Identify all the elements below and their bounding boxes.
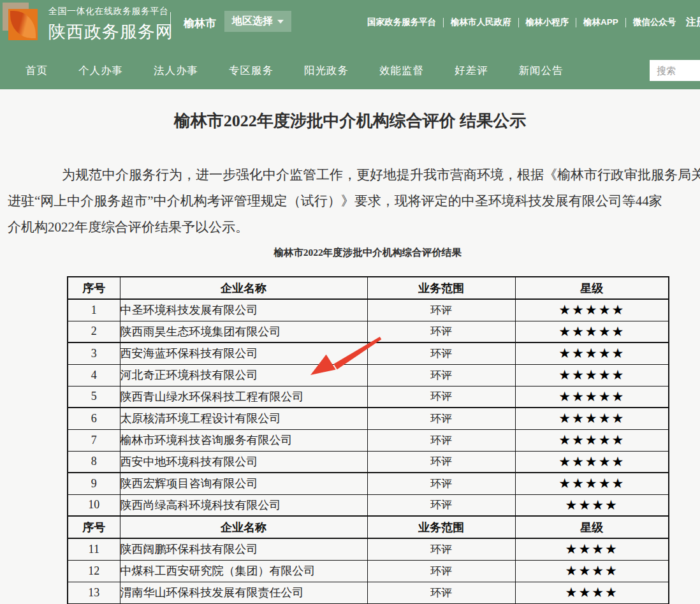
region-select-label: 地区选择 (232, 15, 273, 28)
header-link[interactable]: 国家政务服务平台 (367, 17, 436, 28)
table-cell: 环评 (367, 451, 515, 473)
header-link[interactable]: 微信公众号 (633, 17, 676, 28)
paragraph-line: 介机构2022年度综合评价结果予以公示。 (8, 214, 700, 240)
table-cell: 13 (68, 582, 120, 603)
table-cell: 10 (68, 494, 120, 516)
table-cell: 3 (68, 343, 120, 364)
site-title: 陕西政务服务网 (48, 20, 173, 43)
site-logo-icon (3, 3, 40, 41)
table-cell: 4 (68, 364, 120, 386)
platform-subtitle: 全国一体化在线政务服务平台 (48, 6, 173, 17)
table-header-cell: 序号 (68, 277, 120, 299)
nav-item[interactable]: 首页 (26, 64, 48, 78)
nav-item[interactable]: 阳光政务 (304, 64, 349, 78)
table-header-cell: 业务范围 (367, 277, 515, 299)
star-rating: ★★★★★ (515, 408, 669, 429)
chevron-down-icon (277, 20, 284, 24)
evaluation-table: 序号企业名称业务范围星级1中圣环境科技发展有限公司环评★★★★★2陕西雨昊生态环… (67, 276, 669, 604)
star-rating: ★★★★★ (515, 321, 669, 343)
table-header-cell: 企业名称 (120, 277, 367, 299)
paragraph-line: 为规范中介服务行为，进一步强化中介监管工作，更好地提升我市营商环境，根据《榆林市… (8, 162, 700, 188)
header-links: 国家政务服务平台榆林市人民政府榆林小程序榆林APP微信公众号 (367, 17, 676, 28)
table-row: 11陕西阔鹏环保科技有限公司环评★★★★ (68, 538, 669, 560)
star-rating: ★★★★ (515, 494, 669, 516)
table-cell: 9 (68, 473, 120, 494)
table-header-cell: 业务范围 (367, 516, 515, 538)
table-cell: 6 (68, 408, 120, 429)
table-row: 12中煤科工西安研究院（集团）有限公司环评★★★★ (68, 560, 669, 582)
article-content: 榆林市2022年度涉批中介机构综合评价 结果公示 为规范中介服务行为，进一步强化… (0, 89, 700, 604)
table-cell: 5 (68, 386, 120, 408)
region-select-button[interactable]: 地区选择 (224, 11, 291, 32)
table-row: 10陕西尚绿高科环境科技有限公司环评★★★★ (68, 494, 669, 516)
table-cell: 8 (68, 451, 120, 473)
table-cell: 环评 (367, 582, 515, 603)
table-cell: 陕西尚绿高科环境科技有限公司 (120, 494, 367, 516)
announcement-paragraph: 为规范中介服务行为，进一步强化中介监管工作，更好地提升我市营商环境，根据《榆林市… (8, 162, 700, 240)
table-header-cell: 企业名称 (120, 516, 367, 538)
table-cell: 陕西宏辉项目咨询有限公司 (120, 473, 367, 494)
table-row: 5陕西青山绿水环保科技工程有限公司环评★★★★★ (68, 386, 669, 408)
table-cell: 环评 (367, 473, 515, 494)
star-rating: ★★★★★ (515, 364, 669, 386)
table-cell: 环评 (367, 494, 515, 516)
star-rating: ★★★★ (515, 560, 669, 582)
table-row: 3西安海蓝环保科技有限公司环评★★★★★ (68, 343, 669, 364)
table-row: 4河北奇正环境科技有限公司环评★★★★★ (68, 364, 669, 386)
table-row: 2陕西雨昊生态环境集团有限公司环评★★★★★ (68, 321, 669, 343)
table-cell: 环评 (367, 343, 515, 364)
table-header-cell: 星级 (515, 277, 669, 299)
table-header-row: 序号企业名称业务范围星级 (68, 516, 669, 538)
table-cell: 西安海蓝环保科技有限公司 (120, 343, 367, 364)
star-rating: ★★★★★ (515, 299, 669, 321)
header-link[interactable]: 榆林市人民政府 (451, 17, 511, 28)
search-input[interactable] (650, 60, 700, 81)
nav-items: 首页个人办事法人办事专区服务阳光政务效能监督好差评新闻公告 (26, 52, 594, 89)
table-cell: 环评 (367, 299, 515, 321)
table-cell: 12 (68, 560, 120, 582)
star-rating: ★★★★★ (515, 451, 669, 473)
table-cell: 渭南华山环保科技发展有限责任公司 (120, 582, 367, 603)
header-link[interactable]: 榆林APP (583, 17, 618, 28)
nav-item[interactable]: 专区服务 (229, 64, 273, 78)
nav-item[interactable]: 新闻公告 (519, 64, 564, 78)
nav-item[interactable]: 个人办事 (78, 64, 123, 78)
table-cell: 中圣环境科技发展有限公司 (120, 299, 367, 321)
header-link[interactable]: 榆林小程序 (526, 17, 569, 28)
nav-item[interactable]: 法人办事 (154, 64, 198, 78)
site-brand: 全国一体化在线政务服务平台 陕西政务服务网 (48, 6, 173, 43)
table-cell: 环评 (367, 386, 515, 408)
current-city-label: 榆林市 (184, 16, 216, 31)
table-cell: 榆林市环境科技咨询服务有限公司 (120, 429, 367, 451)
site-header: 全国一体化在线政务服务平台 陕西政务服务网 榆林市 地区选择 国家政务服务平台榆… (0, 0, 700, 52)
table-row: 8西安中地环境科技有限公司环评★★★★★ (68, 451, 669, 473)
page-title: 榆林市2022年度涉批中介机构综合评价 结果公示 (0, 110, 700, 132)
table-row: 6太原核清环境工程设计有限公司环评★★★★★ (68, 408, 669, 429)
table-cell: 环评 (367, 538, 515, 560)
table-cell: 11 (68, 538, 120, 560)
nav-item[interactable]: 效能监督 (379, 64, 424, 78)
table-row: 13渭南华山环保科技发展有限责任公司环评★★★★ (68, 582, 669, 603)
table-cell: 太原核清环境工程设计有限公司 (120, 408, 367, 429)
table-cell: 河北奇正环境科技有限公司 (120, 364, 367, 386)
table-cell: 7 (68, 429, 120, 451)
table-cell: 环评 (367, 364, 515, 386)
star-rating: ★★★★★ (515, 343, 669, 364)
star-rating: ★★★★ (515, 538, 669, 560)
table-caption: 榆林市2022年度涉批中介机构综合评价结果 (67, 246, 668, 260)
table-header-cell: 星级 (515, 516, 669, 538)
table-header-row: 序号企业名称业务范围星级 (68, 277, 669, 299)
table-cell: 2 (68, 321, 120, 343)
star-rating: ★★★★★ (515, 386, 669, 408)
table-cell: 西安中地环境科技有限公司 (120, 451, 367, 473)
header-link-separator (625, 18, 626, 27)
register-link[interactable]: 注册 (686, 16, 700, 29)
nav-item[interactable]: 好差评 (455, 64, 488, 78)
table-row: 1中圣环境科技发展有限公司环评★★★★★ (68, 299, 669, 321)
header-link-separator (443, 18, 444, 27)
table-cell: 环评 (367, 321, 515, 343)
table-cell: 1 (68, 299, 120, 321)
table-cell: 陕西青山绿水环保科技工程有限公司 (120, 386, 367, 408)
table-row: 9陕西宏辉项目咨询有限公司环评★★★★★ (68, 473, 669, 494)
table-row: 7榆林市环境科技咨询服务有限公司环评★★★★★ (68, 429, 669, 451)
